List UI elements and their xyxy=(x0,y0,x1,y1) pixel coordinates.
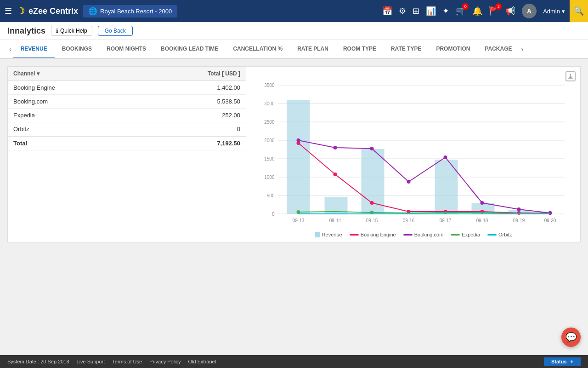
app-name: eZee Centrix xyxy=(28,6,78,16)
svg-point-27 xyxy=(370,201,374,205)
channel-col-label: Channel xyxy=(13,70,35,77)
tab-promotion[interactable]: PROMOTION xyxy=(429,40,477,59)
total-cell: 5,538.50 xyxy=(138,95,246,109)
total-cell: 1,402.00 xyxy=(138,81,246,95)
go-back-button[interactable]: Go Back xyxy=(98,26,133,36)
tab-room-nights[interactable]: ROOM NIGHTS xyxy=(99,40,153,59)
tab-revenue[interactable]: REVENUE xyxy=(13,40,55,59)
tab-booking-lead-time[interactable]: BOOKING LEAD TIME xyxy=(153,40,226,59)
channel-cell: Expedia xyxy=(8,109,138,122)
svg-point-41 xyxy=(297,210,300,214)
legend-orbitz: Orbitz xyxy=(487,232,512,237)
legend-expedia: Expedia xyxy=(451,232,480,237)
svg-text:09-18: 09-18 xyxy=(476,218,488,223)
search-button[interactable]: 🔍 xyxy=(570,0,588,22)
main-content: Channel ▾ Total [ USD ] Booking Engine 1… xyxy=(0,59,588,250)
legend-booking-engine-icon xyxy=(350,234,359,236)
bar-09-13 xyxy=(287,100,310,214)
svg-text:2000: 2000 xyxy=(264,138,275,143)
settings-icon[interactable]: ⚙ xyxy=(399,6,406,16)
legend-booking-engine-label: Booking Engine xyxy=(361,232,396,237)
notification-icon[interactable]: 🔔 xyxy=(472,6,482,16)
grid-icon[interactable]: ⊞ xyxy=(413,6,419,16)
tab-bookings[interactable]: BOOKINGS xyxy=(55,40,99,59)
total-value: 7,192.50 xyxy=(138,136,246,150)
channel-cell: Booking Engine xyxy=(8,81,138,95)
sub-header: Innalytics ℹ Quick Help Go Back xyxy=(0,22,588,40)
svg-point-37 xyxy=(444,155,447,159)
svg-point-35 xyxy=(370,147,374,150)
revenue-chart: 3500 3000 2500 2000 1500 1000 500 0 xyxy=(251,76,576,228)
legend-booking-com-icon xyxy=(403,234,413,236)
megaphone-icon[interactable]: 📢 xyxy=(505,6,515,16)
svg-point-33 xyxy=(297,138,300,142)
legend-expedia-label: Expedia xyxy=(462,232,480,237)
data-panel: Channel ▾ Total [ USD ] Booking Engine 1… xyxy=(7,66,246,242)
property-name: Royal Beach Resort - 2000 xyxy=(100,8,172,15)
cart-badge: 0 xyxy=(462,3,469,10)
flag-badge: 3 xyxy=(495,3,502,10)
legend-booking-engine: Booking Engine xyxy=(350,232,396,237)
total-label: Total xyxy=(8,136,138,150)
logo-moon-icon: ☽ xyxy=(17,6,25,17)
svg-text:09-14: 09-14 xyxy=(329,218,341,223)
chart-panel: 3500 3000 2500 2000 1500 1000 500 0 xyxy=(246,66,581,242)
chart-export-button[interactable] xyxy=(565,71,576,84)
svg-text:3500: 3500 xyxy=(264,83,275,88)
tabs-left-arrow[interactable]: ‹ xyxy=(7,46,13,53)
svg-point-34 xyxy=(334,146,337,150)
table-row: Orbitz 0 xyxy=(8,122,246,137)
property-selector[interactable]: 🌐 Royal Beach Resort - 2000 xyxy=(83,5,177,17)
table-row: Expedia 252.00 xyxy=(8,109,246,122)
legend-booking-com-label: Booking.com xyxy=(414,232,444,237)
svg-text:2500: 2500 xyxy=(264,120,275,125)
admin-menu[interactable]: Admin ▾ xyxy=(543,8,565,15)
hamburger-icon[interactable]: ☰ xyxy=(5,6,12,16)
quick-help-button[interactable]: ℹ Quick Help xyxy=(51,26,92,36)
svg-point-26 xyxy=(334,172,337,176)
legend-orbitz-label: Orbitz xyxy=(498,232,512,237)
legend-revenue: Revenue xyxy=(315,232,342,237)
svg-text:09-19: 09-19 xyxy=(513,218,525,223)
tab-rate-type[interactable]: RATE TYPE xyxy=(384,40,429,59)
admin-label-text: Admin xyxy=(543,8,560,15)
total-col-header: Total [ USD ] xyxy=(138,67,246,81)
chevron-down-icon: ▾ xyxy=(562,8,565,15)
cart-icon[interactable]: 🛒 0 xyxy=(456,6,466,16)
chart-legend: Revenue Booking Engine Booking.com Exped… xyxy=(251,232,576,237)
tab-room-type[interactable]: ROOM TYPE xyxy=(336,40,384,59)
quick-help-label: Quick Help xyxy=(60,28,87,34)
svg-point-39 xyxy=(517,207,521,211)
revenue-table: Channel ▾ Total [ USD ] Booking Engine 1… xyxy=(8,67,246,150)
svg-text:3000: 3000 xyxy=(264,101,275,106)
star-icon[interactable]: ✦ xyxy=(442,6,449,16)
svg-point-36 xyxy=(407,180,411,184)
svg-text:0: 0 xyxy=(272,212,275,217)
channel-sort-icon: ▾ xyxy=(37,70,40,77)
svg-text:09-17: 09-17 xyxy=(440,218,452,223)
tab-rate-plan[interactable]: RATE PLAN xyxy=(290,40,336,59)
total-cell: 0 xyxy=(138,122,246,137)
avatar[interactable]: A xyxy=(522,4,537,18)
app-logo: ☽ eZee Centrix xyxy=(17,6,78,17)
svg-text:09-16: 09-16 xyxy=(403,218,415,223)
page-title: Innalytics xyxy=(7,26,45,36)
flag-icon[interactable]: 🚩 3 xyxy=(489,6,499,16)
chart-icon[interactable]: 📊 xyxy=(426,6,436,16)
svg-text:500: 500 xyxy=(267,193,275,198)
channel-col-header[interactable]: Channel ▾ xyxy=(8,67,138,81)
legend-revenue-label: Revenue xyxy=(322,232,342,237)
tab-cancellation[interactable]: CANCELLATION % xyxy=(226,40,290,59)
app-header: ☰ ☽ eZee Centrix 🌐 Royal Beach Resort - … xyxy=(0,0,588,22)
globe-icon: 🌐 xyxy=(88,7,97,16)
legend-orbitz-icon xyxy=(487,234,497,236)
svg-point-38 xyxy=(481,201,484,205)
channel-cell: Booking.com xyxy=(8,95,138,109)
info-icon: ℹ xyxy=(56,28,58,34)
legend-booking-com: Booking.com xyxy=(403,232,444,237)
svg-text:1000: 1000 xyxy=(264,175,275,180)
calendar-icon[interactable]: 📅 xyxy=(382,6,392,16)
tabs-right-arrow[interactable]: › xyxy=(520,46,526,53)
table-row: Booking.com 5,538.50 xyxy=(8,95,246,109)
tab-package[interactable]: PACKAGE xyxy=(477,40,519,59)
